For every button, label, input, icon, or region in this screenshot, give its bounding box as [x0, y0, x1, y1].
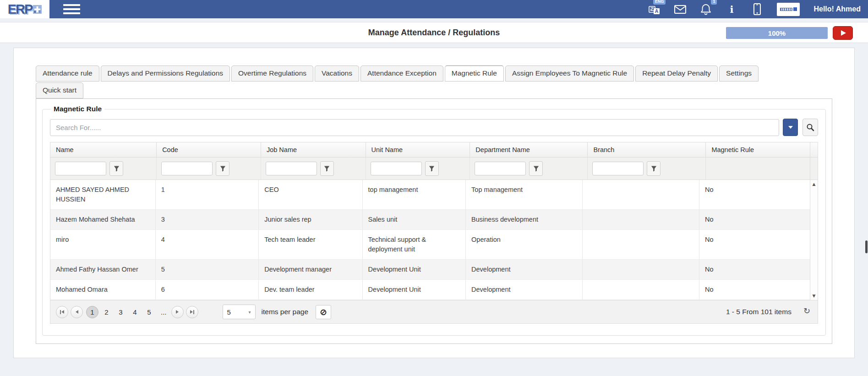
chevron-down-icon	[788, 126, 793, 129]
column-header-unit-name[interactable]: Unit Name	[366, 142, 470, 157]
first-page-button[interactable]	[56, 306, 68, 318]
filter-input-code[interactable]	[161, 162, 213, 175]
tab-repeat-delay-penalty[interactable]: Repeat Delay Penalty	[635, 65, 718, 82]
tab-quick-start[interactable]: Quick start	[36, 82, 83, 98]
magnetic-rule-panel: Magnetic Rule NameCodeJob NameUnit NameD…	[36, 98, 832, 344]
page-button-4[interactable]: 4	[129, 306, 141, 318]
table-row[interactable]: Hazem Mohamed Shehata3Junior sales repSa…	[50, 210, 810, 230]
column-header-code[interactable]: Code	[156, 142, 261, 157]
filter-cell-name	[50, 158, 156, 180]
cell-magnetic-rule: No	[699, 230, 810, 259]
filter-input-job-name[interactable]	[266, 162, 317, 175]
filter-button-unit-name[interactable]	[425, 161, 439, 176]
cell-code: 1	[155, 180, 258, 209]
table-row[interactable]: Mohamed Omara6Dev. team leaderDevelopmen…	[50, 280, 810, 300]
column-header-department-name[interactable]: Department Name	[469, 142, 587, 157]
column-header-magnetic-rule[interactable]: Magnetic Rule	[705, 142, 810, 157]
column-header-job-name[interactable]: Job Name	[261, 142, 366, 157]
cell-department-name: Top management	[465, 180, 582, 209]
page-scrollbar-thumb[interactable]	[865, 240, 868, 253]
grid-header-row: NameCodeJob NameUnit NameDepartment Name…	[50, 142, 818, 157]
scroll-up-icon[interactable]: ▲	[813, 182, 816, 186]
language-translate-icon[interactable]: A ENG	[649, 3, 661, 16]
table-row[interactable]: miro4Tech team leaderTechnical support &…	[50, 230, 810, 260]
video-play-button[interactable]	[833, 26, 853, 40]
info-icon[interactable]: i	[726, 3, 737, 16]
erp-logo[interactable]: ERP	[0, 0, 49, 18]
column-header-branch[interactable]: Branch	[587, 142, 705, 157]
tab-overtime-regulations[interactable]: Overtime Regulations	[231, 65, 313, 82]
cell-branch	[582, 280, 699, 300]
content-card: Attendance ruleDelays and Permissions Re…	[13, 48, 855, 358]
filter-cell-unit-name	[366, 158, 470, 180]
progress-bar: 100%	[726, 27, 828, 39]
page-button-1[interactable]: 1	[86, 306, 98, 318]
brand-logo-text-mark	[780, 8, 792, 11]
filter-input-branch[interactable]	[592, 162, 644, 175]
refresh-icon[interactable]: ↻	[803, 306, 810, 316]
tab-attendance-exception[interactable]: Attendance Exception	[360, 65, 443, 82]
filter-input-name[interactable]	[55, 162, 106, 175]
notifications-bell-icon[interactable]: 1	[700, 3, 712, 16]
employees-grid: NameCodeJob NameUnit NameDepartment Name…	[50, 142, 818, 324]
brand-logo-square	[793, 7, 797, 11]
filter-button-code[interactable]	[216, 161, 229, 176]
tab-magnetic-rule[interactable]: Magnetic Rule	[445, 65, 504, 82]
cell-department-name: Development	[465, 260, 582, 279]
cancel-filter-button[interactable]: ⊘	[316, 305, 331, 319]
last-page-button[interactable]	[186, 306, 198, 318]
previous-page-button[interactable]	[71, 306, 83, 318]
filter-button-branch[interactable]	[647, 161, 661, 176]
cell-name: AHMED SAYED AHMED HUSSIEN	[50, 180, 155, 209]
cell-job-name: CEO	[258, 180, 362, 209]
grid-vertical-scrollbar[interactable]: ▲ ▼	[810, 180, 818, 300]
cell-branch	[582, 210, 699, 229]
filter-button-name[interactable]	[109, 161, 123, 176]
filter-button-department-name[interactable]	[529, 161, 543, 176]
mail-icon[interactable]	[674, 3, 686, 16]
table-row[interactable]: Ahmed Fathy Hassan Omer5Development mana…	[50, 260, 810, 280]
title-bar: Manage Attendance / Regulations 100%	[0, 22, 868, 43]
scroll-down-icon[interactable]: ▼	[813, 294, 816, 298]
tab-settings[interactable]: Settings	[719, 65, 759, 82]
menu-hamburger-icon[interactable]	[63, 4, 80, 14]
cell-department-name: Development	[465, 280, 582, 300]
funnel-icon	[114, 165, 120, 172]
search-input[interactable]	[50, 119, 779, 136]
grid-header-spacer	[810, 142, 818, 157]
funnel-icon	[324, 165, 330, 172]
table-row[interactable]: AHMED SAYED AHMED HUSSIEN1CEOtop managem…	[50, 180, 810, 210]
search-options-dropdown[interactable]	[783, 119, 798, 136]
pager-ellipsis: ...	[161, 308, 167, 316]
filter-button-job-name[interactable]	[320, 161, 334, 176]
mobile-glyph-icon	[753, 3, 761, 15]
tab-attendance-rule[interactable]: Attendance rule	[36, 65, 99, 82]
top-navbar: ERP A ENG 1 i	[0, 0, 868, 18]
tab-vacations[interactable]: Vacations	[315, 65, 359, 82]
items-per-page-select[interactable]: 5 ▾	[223, 305, 256, 319]
notification-count-badge: 1	[711, 0, 717, 5]
cell-unit-name: Sales unit	[362, 210, 465, 229]
cell-job-name: Junior sales rep	[258, 210, 362, 229]
cell-name: Ahmed Fathy Hassan Omer	[50, 260, 155, 279]
search-button[interactable]	[802, 119, 818, 136]
page-button-5[interactable]: 5	[143, 306, 155, 318]
tab-assign-employees-to-magnetic-rule[interactable]: Assign Employees To Magnetic Rule	[505, 65, 634, 82]
column-header-name[interactable]: Name	[50, 142, 156, 157]
filter-input-unit-name[interactable]	[371, 162, 422, 175]
filter-cell-job-name	[261, 158, 366, 180]
cell-branch	[582, 260, 699, 279]
navbar-right-icons: A ENG 1 i	[649, 3, 868, 16]
next-page-button[interactable]	[171, 306, 184, 318]
tab-delays-and-permissions-regulations[interactable]: Delays and Permissions Regulations	[101, 65, 230, 82]
previous-page-icon	[76, 310, 78, 314]
filter-input-department-name[interactable]	[475, 162, 526, 175]
filter-cell-branch	[587, 158, 705, 180]
user-greeting[interactable]: Hello! Ahmed	[813, 5, 861, 13]
page-button-3[interactable]: 3	[115, 306, 127, 318]
translate-glyph-icon: A	[649, 3, 661, 15]
cell-unit-name: Development Unit	[362, 260, 465, 279]
mobile-icon[interactable]	[751, 3, 763, 16]
cell-department-name: Operation	[465, 230, 582, 259]
page-button-2[interactable]: 2	[100, 306, 113, 318]
